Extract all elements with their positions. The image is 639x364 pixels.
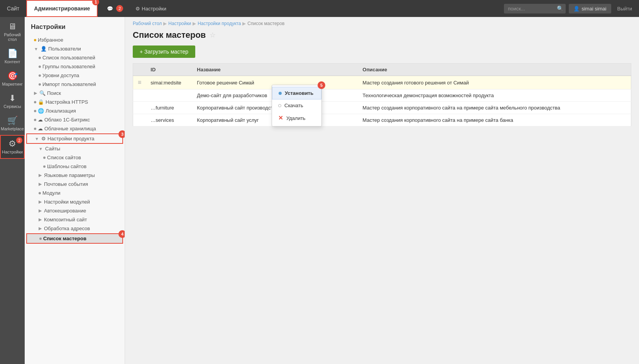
page-header: Список мастеров ☆ — [125, 29, 639, 46]
nav-item-users[interactable]: ▼ 👤 Пользователи — [25, 44, 125, 53]
context-menu-install[interactable]: Установить 5 — [272, 87, 321, 99]
nav-item-user-import[interactable]: Импорт пользователей — [25, 80, 125, 89]
nav-item-favorites[interactable]: Избранное — [25, 35, 125, 44]
breadcrumb-current: Список мастеров — [247, 21, 284, 26]
step5-badge: 5 — [318, 81, 325, 89]
arrow-right-icon: ▶ — [39, 173, 42, 178]
settings-icon: ⚙ — [8, 140, 16, 148]
arrow-right-icon: ▶ — [34, 91, 37, 96]
favorite-star-icon[interactable]: ☆ — [210, 31, 216, 39]
row-desc-cell: Мастер создания корпоративного сайта на … — [358, 102, 631, 114]
context-menu-delete[interactable]: ✕ Удалить — [272, 111, 321, 125]
cm-dot-empty-icon — [278, 104, 281, 107]
sidebar-item-marketing[interactable]: 🎯 Маркетинг — [0, 68, 25, 90]
breadcrumb: Рабочий стол ▶ Настройки ▶ Настройки про… — [125, 17, 639, 29]
row-handle-cell — [133, 89, 146, 102]
dot-icon — [34, 39, 36, 41]
nav-item-user-groups[interactable]: Группы пользователей — [25, 62, 125, 71]
row-id-cell: …furniture — [146, 102, 192, 114]
nav-item-https[interactable]: 🔒 Настройка HTTPS — [25, 98, 125, 106]
nav-item-locale[interactable]: 🌐 Локализация — [25, 106, 125, 115]
table-wrap: ID Название Описание ≡ simai:medsite Гот… — [125, 63, 639, 126]
gear-nav-icon: ⚙ — [41, 136, 46, 142]
search-nav-icon: 🔍 — [39, 90, 46, 96]
th-name[interactable]: Название — [192, 64, 358, 76]
nav-item-site-list[interactable]: Список сайтов — [25, 153, 125, 162]
nav-item-search[interactable]: ▶ 🔍 Поиск — [25, 89, 125, 98]
search-icon[interactable]: 🔍 — [557, 5, 563, 12]
table-row[interactable]: Демо-сайт для разработчиков Технологичес… — [133, 89, 631, 102]
nav-item-composite[interactable]: ▶ Композитный сайт — [25, 215, 125, 224]
search-input[interactable] — [504, 4, 566, 13]
sidebar-item-services[interactable]: ⬇ Сервисы — [0, 90, 25, 113]
notif-badge: 2 — [116, 5, 123, 12]
nav-item-cloud-storage[interactable]: ☁ Облачные хранилища — [25, 124, 125, 133]
context-menu: Установить 5 Скачать ✕ Удалить — [272, 85, 322, 126]
nav-item-user-list[interactable]: Список пользователей — [25, 53, 125, 62]
th-id[interactable]: ID — [146, 64, 192, 76]
arrow-down-icon: ▼ — [35, 136, 39, 141]
settings-badge: 2 — [16, 137, 22, 143]
top-nav-right: 🔍 👤 simai simai Выйти — [504, 4, 639, 13]
row-desc-cell: Мастер создания готового решения от Сима… — [358, 76, 631, 89]
table-header-row: ID Название Описание — [133, 64, 631, 76]
arrow-right-icon: ▶ — [39, 199, 42, 204]
row-id-cell: simai:medsite — [146, 76, 192, 89]
icon-sidebar: 🖥 Рабочий стол 📄 Контент 🎯 Маркетинг ⬇ С… — [0, 17, 25, 364]
nav-item-sites[interactable]: ▼ Сайты — [25, 144, 125, 153]
nav-item-autocache[interactable]: ▶ Автокеширование — [25, 206, 125, 215]
nav-item-access-levels[interactable]: Уровни доступа — [25, 71, 125, 80]
dot-icon — [34, 110, 36, 112]
breadcrumb-desktop[interactable]: Рабочий стол — [133, 21, 162, 26]
row-handle-cell: ≡ — [133, 76, 146, 89]
th-handle — [133, 64, 146, 76]
dot-icon — [39, 83, 41, 86]
nav-item-cloud-1c[interactable]: ☁ Облако 1С-Битрикс — [25, 115, 125, 124]
table-row[interactable]: …furniture Корпоративный сайт производст… — [133, 102, 631, 114]
sidebar-item-desktop[interactable]: 🖥 Рабочий стол — [0, 19, 25, 46]
nav-item-site-templates[interactable]: Шаблоны сайтов — [25, 162, 125, 171]
nav-item-modules[interactable]: Модули — [25, 189, 125, 197]
top-nav: Сайт Администрирование 1 💬 2 ⚙ Настройки… — [0, 0, 639, 17]
context-menu-download[interactable]: Скачать — [272, 99, 321, 111]
nav-item-wizard-list[interactable]: 4 Список мастеров — [26, 233, 123, 244]
nav-item-address-handling[interactable]: ▶ Обработка адресов — [25, 224, 125, 233]
sidebar-item-marketplace[interactable]: 🛒 Marketplace — [0, 113, 25, 135]
breadcrumb-settings[interactable]: Настройки — [168, 21, 191, 26]
notifications-btn[interactable]: 💬 2 — [101, 5, 128, 12]
cloud-icon: ☁ — [38, 117, 43, 123]
admin-tab[interactable]: Администрирование 1 — [26, 0, 98, 17]
nav-item-module-settings[interactable]: ▶ Настройки модулей — [25, 197, 125, 206]
step4-badge: 4 — [118, 230, 125, 238]
content-icon: 📄 — [7, 49, 18, 58]
row-id-cell — [146, 89, 192, 102]
dot-icon — [39, 57, 41, 59]
exit-button[interactable]: Выйти — [614, 4, 636, 13]
breadcrumb-product-settings[interactable]: Настройки продукта — [198, 21, 241, 26]
arrow-down-icon: ▼ — [34, 47, 38, 51]
cm-dot-icon — [279, 92, 282, 95]
arrow-right-icon: ▶ — [39, 182, 42, 187]
nav-item-lang-params[interactable]: ▶ Языковые параметры — [25, 171, 125, 180]
nav-item-mail-events[interactable]: ▶ Почтовые события — [25, 180, 125, 189]
user-button[interactable]: 👤 simai simai — [569, 4, 611, 13]
row-desc-cell: Мастер создания корпоративного сайта на … — [358, 114, 631, 126]
page-title: Список мастеров — [133, 30, 206, 40]
dot-icon — [34, 119, 36, 121]
admin-badge: 1 — [92, 0, 99, 5]
add-wizard-button[interactable]: + Загрузить мастер — [133, 46, 195, 58]
search-wrap: 🔍 — [504, 4, 566, 13]
cm-delete-icon: ✕ — [278, 115, 283, 121]
table-row[interactable]: ≡ simai:medsite Готовое решение Симай Ма… — [133, 76, 631, 89]
settings-btn[interactable]: ⚙ Настройки — [130, 6, 172, 12]
row-handle-cell — [133, 114, 146, 126]
th-description[interactable]: Описание — [358, 64, 631, 76]
sidebar-item-content[interactable]: 📄 Контент — [0, 46, 25, 68]
arrow-down-icon: ▼ — [39, 147, 43, 151]
dot-icon — [43, 165, 46, 168]
toolbar: + Загрузить мастер — [125, 46, 639, 63]
sidebar-item-settings[interactable]: 2 ⚙ Настройки — [0, 135, 25, 159]
table-row[interactable]: …services Корпоративный сайт услуг Масте… — [133, 114, 631, 126]
nav-item-product-settings[interactable]: 3 ▼ ⚙ Настройки продукта — [26, 133, 123, 144]
site-tab[interactable]: Сайт — [0, 0, 26, 17]
